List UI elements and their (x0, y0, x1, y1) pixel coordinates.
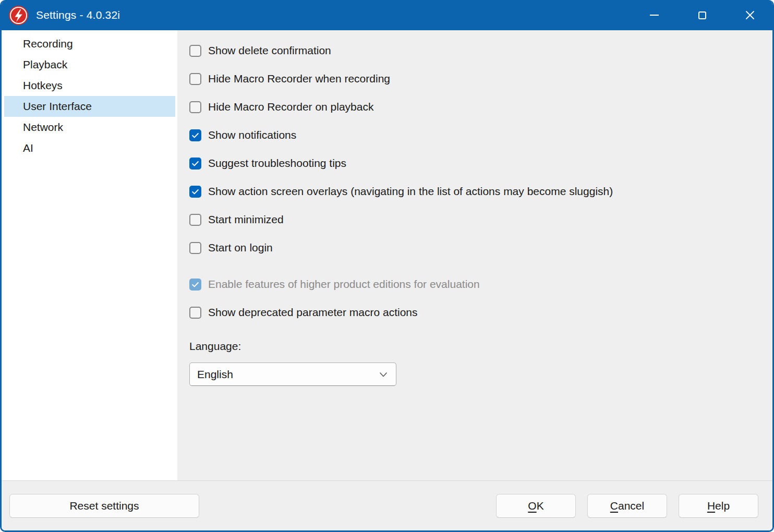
checkbox-row[interactable]: Show action screen overlays (navigating … (189, 177, 772, 205)
sidebar-item-label: Playback (23, 58, 67, 71)
checkmark-icon (191, 280, 200, 289)
sidebar-item-label: Network (23, 121, 63, 134)
title-bar: Settings - 4.0.32i (0, 0, 774, 30)
sidebar-item-label: AI (23, 142, 33, 154)
checkbox-label: Hide Macro Recorder on playback (208, 101, 373, 113)
checkbox[interactable] (189, 279, 201, 291)
dialog-footer: Reset settings OK Cancel Help (2, 480, 772, 530)
sidebar-item-playback[interactable]: Playback (4, 54, 175, 75)
language-selected-value: English (197, 368, 233, 381)
checkbox-row[interactable]: Hide Macro Recorder on playback (189, 93, 772, 121)
minimize-button[interactable] (630, 0, 678, 30)
macro-recorder-app-icon (9, 6, 28, 25)
checkbox[interactable] (189, 186, 201, 198)
checkbox-list: Show delete confirmation Hide Macro Reco… (189, 37, 772, 327)
sidebar-item-label: Recording (23, 38, 73, 50)
content-area: Recording Playback Hotkeys User Interfac… (2, 30, 772, 480)
maximize-icon (698, 11, 706, 19)
close-button[interactable] (726, 0, 774, 30)
sidebar-item-label: User Interface (23, 100, 92, 113)
checkbox[interactable] (189, 45, 201, 57)
checkbox-row[interactable]: Start on login (189, 234, 772, 262)
checkbox[interactable] (189, 242, 201, 254)
cancel-button[interactable]: Cancel (587, 494, 667, 518)
checkbox-label: Show notifications (208, 129, 296, 141)
sidebar-item-user-interface[interactable]: User Interface (4, 96, 175, 117)
checkbox[interactable] (189, 214, 201, 226)
sidebar-item-label: Hotkeys (23, 79, 63, 92)
language-dropdown[interactable]: English (189, 362, 396, 386)
sidebar-item-hotkeys[interactable]: Hotkeys (4, 75, 175, 96)
checkbox[interactable] (189, 129, 201, 141)
reset-settings-button[interactable]: Reset settings (9, 494, 199, 518)
checkbox-label: Show delete confirmation (208, 44, 331, 57)
help-button[interactable]: Help (679, 494, 758, 518)
checkbox-label: Enable features of higher product editio… (208, 278, 480, 291)
user-interface-settings-panel: Show delete confirmation Hide Macro Reco… (177, 30, 772, 480)
close-icon (745, 10, 755, 20)
checkbox-label: Start on login (208, 241, 273, 254)
minimize-icon (650, 15, 659, 16)
lightning-bolt-icon (9, 6, 28, 25)
checkbox-row[interactable]: Hide Macro Recorder when recording (189, 65, 772, 93)
checkbox-label: Start minimized (208, 213, 284, 226)
sidebar-item-network[interactable]: Network (4, 117, 175, 138)
checkbox-label: Suggest troubleshooting tips (208, 157, 346, 170)
settings-window: Settings - 4.0.32i Recording Playback Ho… (0, 0, 774, 532)
checkbox[interactable] (189, 307, 201, 319)
checkbox-row[interactable]: Show notifications (189, 121, 772, 149)
language-label: Language: (189, 340, 772, 353)
maximize-button[interactable] (678, 0, 726, 30)
sidebar-item-ai[interactable]: AI (4, 138, 175, 159)
checkbox[interactable] (189, 73, 201, 85)
checkbox-row[interactable]: Suggest troubleshooting tips (189, 149, 772, 177)
checkbox-row[interactable]: Show delete confirmation (189, 37, 772, 65)
settings-category-sidebar: Recording Playback Hotkeys User Interfac… (2, 30, 177, 480)
checkbox[interactable] (189, 101, 201, 113)
checkbox-label: Hide Macro Recorder when recording (208, 72, 390, 85)
chevron-down-icon (378, 369, 389, 380)
ok-button[interactable]: OK (496, 494, 576, 518)
checkbox-row: Enable features of higher product editio… (189, 270, 772, 298)
window-title: Settings - 4.0.32i (36, 9, 120, 21)
checkmark-icon (191, 187, 200, 196)
checkmark-icon (191, 131, 200, 140)
footer-action-buttons: OK Cancel Help (496, 494, 758, 518)
checkbox-row[interactable]: Show deprecated parameter macro actions (189, 298, 772, 327)
caption-buttons (630, 0, 774, 30)
checkbox[interactable] (189, 158, 201, 170)
checkbox-label: Show deprecated parameter macro actions (208, 306, 418, 319)
sidebar-item-recording[interactable]: Recording (4, 33, 175, 54)
checkmark-icon (191, 159, 200, 168)
checkbox-label: Show action screen overlays (navigating … (208, 185, 613, 198)
checkbox-row[interactable]: Start minimized (189, 205, 772, 234)
